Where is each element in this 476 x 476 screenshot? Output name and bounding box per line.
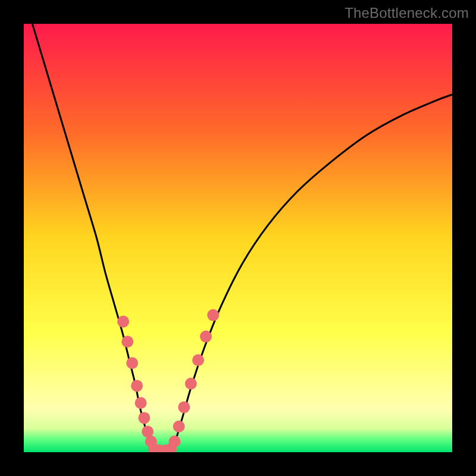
marker-left-dots <box>121 336 133 347</box>
marker-right-dots <box>207 309 219 321</box>
watermark-label: TheBottleneck.com <box>345 5 469 21</box>
marker-left-dots <box>126 357 138 369</box>
marker-right-dots <box>185 378 197 390</box>
plot-area <box>24 24 452 452</box>
marker-left-dots <box>138 412 150 424</box>
marker-right-dots <box>173 421 185 433</box>
marker-left-dots <box>131 380 143 392</box>
marker-left-dots <box>135 397 147 409</box>
chart-svg <box>24 24 452 452</box>
marker-right-dots <box>192 354 204 366</box>
chart-frame: TheBottleneck.com <box>0 0 476 476</box>
marker-left-dots <box>117 315 129 327</box>
gradient-background <box>24 24 452 452</box>
marker-right-dots <box>178 401 190 413</box>
marker-right-dots <box>200 331 212 343</box>
